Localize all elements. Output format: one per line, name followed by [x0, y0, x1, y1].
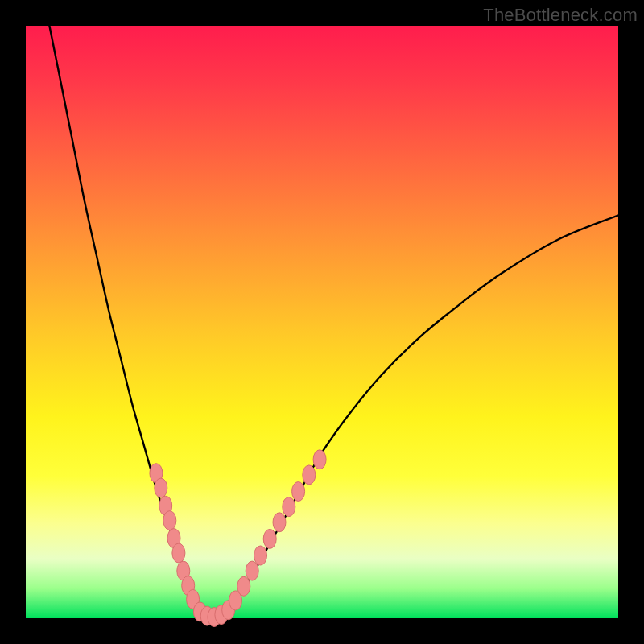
data-marker — [263, 529, 276, 548]
data-marker — [273, 513, 286, 532]
data-marker — [246, 561, 258, 580]
data-marker — [303, 465, 316, 485]
data-marker — [313, 450, 326, 469]
data-marker — [254, 546, 267, 565]
plot-area — [26, 26, 618, 618]
data-marker — [155, 478, 167, 497]
data-marker — [292, 482, 305, 502]
data-marker — [172, 543, 185, 563]
data-marker — [163, 511, 176, 530]
data-markers — [150, 450, 326, 627]
chart-overlay-svg — [26, 26, 618, 618]
bottleneck-curve — [49, 26, 618, 618]
image-frame: TheBottleneck.com — [0, 0, 644, 644]
attribution-watermark: TheBottleneck.com — [483, 5, 638, 26]
data-marker — [237, 576, 250, 596]
data-marker — [283, 497, 295, 517]
